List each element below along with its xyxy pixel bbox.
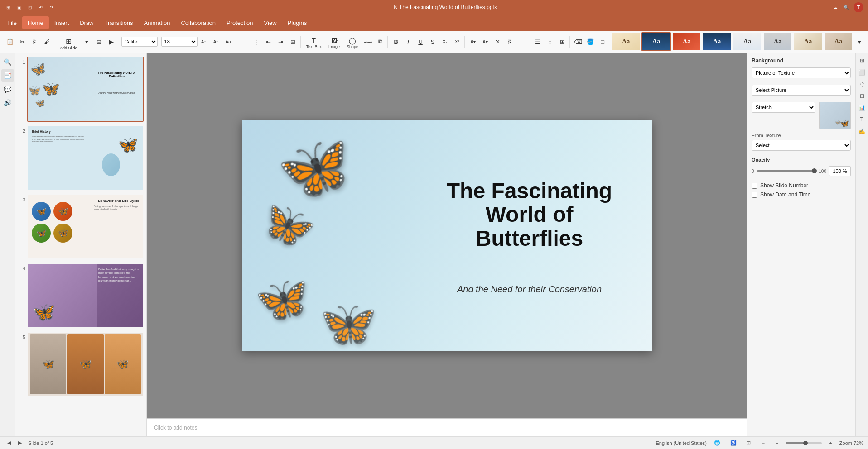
accessibility-icon[interactable]: ♿ xyxy=(728,439,739,447)
redo-icon[interactable]: ↷ xyxy=(48,4,55,11)
slide-thumb-4[interactable]: 🦋 Butterflies find their way using the m… xyxy=(27,263,144,328)
format-painter-button[interactable]: 🖌 xyxy=(41,36,53,48)
theme-5[interactable]: Aa xyxy=(733,32,762,51)
slide-view-button[interactable]: ⊟ xyxy=(93,36,105,48)
sidebar-tool-audio[interactable]: 🔊 xyxy=(1,96,14,109)
window-icon-2[interactable]: ▣ xyxy=(15,4,23,11)
theme-3[interactable]: Aa xyxy=(672,32,701,51)
shape-button[interactable]: ◯ Shape xyxy=(343,36,362,48)
user-avatar[interactable]: T xyxy=(854,2,863,12)
arrange-button[interactable]: ⧉ xyxy=(374,36,386,48)
align-left-button[interactable]: ≡ xyxy=(520,36,531,48)
theme-1[interactable]: Aa xyxy=(611,32,641,51)
paste-button[interactable]: 📋 xyxy=(4,36,16,48)
slide-thumb-1[interactable]: 🦋 🦋 🦋 🦋 The Fascinating World of Butterf… xyxy=(27,57,144,122)
window-icon-1[interactable]: ⊞ xyxy=(5,4,12,11)
slide-layout-dropdown[interactable]: ▾ xyxy=(81,36,93,48)
slide-thumbnail-4[interactable]: 4 🦋 Butterflies find their way using the… xyxy=(18,263,144,328)
opacity-value-input[interactable]: 100 % xyxy=(829,166,851,176)
globe-icon[interactable]: 🌐 xyxy=(711,439,723,447)
theme-4[interactable]: Aa xyxy=(702,32,732,51)
theme-8[interactable]: Aa xyxy=(824,32,853,51)
copy-button[interactable]: ⎘ xyxy=(29,36,40,48)
font-size-decrease-button[interactable]: A⁻ xyxy=(210,36,222,48)
superscript-button[interactable]: X² xyxy=(451,36,463,48)
far-tool-chart[interactable]: 📊 xyxy=(857,103,867,113)
font-family-select[interactable]: Calibri xyxy=(121,37,158,47)
menu-plugins[interactable]: Plugins xyxy=(282,16,313,29)
font-color-button[interactable]: A▾ xyxy=(479,36,491,48)
add-slide-button[interactable]: ⊞ Add Slide xyxy=(57,36,81,48)
far-tool-crop[interactable]: ⬜ xyxy=(857,67,867,77)
zoom-slider[interactable] xyxy=(786,442,822,444)
underline-button[interactable]: U xyxy=(415,36,426,48)
from-texture-select[interactable]: Select Paper Canvas Wood xyxy=(752,140,851,151)
slide-thumbnail-1[interactable]: 1 🦋 🦋 🦋 🦋 The Fascinating World of Butte… xyxy=(18,57,144,122)
text-box-button[interactable]: T Text Box xyxy=(303,36,325,48)
sidebar-tool-comments[interactable]: 💬 xyxy=(1,83,14,96)
menu-view[interactable]: View xyxy=(259,16,282,29)
far-tool-signature[interactable]: ✍ xyxy=(857,126,867,136)
show-date-checkbox[interactable] xyxy=(752,192,757,198)
draw-eraser-button[interactable]: ⌫ xyxy=(572,36,584,48)
align-center-button[interactable]: ☰ xyxy=(532,36,544,48)
list-bullet-button[interactable]: ≡ xyxy=(238,36,250,48)
copy-format-button[interactable]: ⎘ xyxy=(504,36,516,48)
zoom-in-button[interactable]: + xyxy=(826,439,834,447)
bg-type-select[interactable]: Picture or Texture Solid Color Gradient xyxy=(752,67,851,78)
columns-button[interactable]: ⊞ xyxy=(287,36,299,48)
indent-decrease-button[interactable]: ⇤ xyxy=(263,36,275,48)
font-case-button[interactable]: Aa xyxy=(222,36,234,48)
line-spacing-button[interactable]: ↕ xyxy=(544,36,556,48)
save-cloud-icon[interactable]: ☁ xyxy=(832,4,839,11)
themes-more-button[interactable]: ▾ xyxy=(854,36,865,48)
stretch-select[interactable]: Stretch Tile Center xyxy=(752,102,815,113)
cut-button[interactable]: ✂ xyxy=(16,36,28,48)
font-size-increase-button[interactable]: A⁺ xyxy=(198,36,210,48)
menu-draw[interactable]: Draw xyxy=(74,16,99,29)
menu-transitions[interactable]: Transitions xyxy=(99,16,139,29)
theme-2[interactable]: Aa xyxy=(641,32,671,51)
zoom-out-button[interactable]: − xyxy=(773,439,781,447)
window-icon-3[interactable]: ⊡ xyxy=(26,4,34,11)
slide-thumb-2[interactable]: Brief History When animals discovered th… xyxy=(27,125,144,191)
theme-6[interactable]: Aa xyxy=(763,32,792,51)
notes-bar[interactable]: Click to add notes xyxy=(147,418,747,436)
slide-thumbnail-2[interactable]: 2 Brief History When animals discovered … xyxy=(18,125,144,191)
canvas-scroll[interactable]: 🦋 🦋 🦋 🦋 The Fascinating World of Butterf… xyxy=(147,53,747,418)
play-button[interactable]: ▶ xyxy=(106,36,117,48)
fill-color-button[interactable]: 🪣 xyxy=(584,36,596,48)
fit-width-button[interactable]: ↔ xyxy=(758,439,768,447)
sidebar-tool-slides[interactable]: 📑 xyxy=(1,69,14,82)
far-tool-effects[interactable]: ◌ xyxy=(857,79,867,89)
border-color-button[interactable]: □ xyxy=(597,36,608,48)
italic-button[interactable]: I xyxy=(402,36,414,48)
image-button[interactable]: 🖼 Image xyxy=(325,36,343,48)
clear-format-button[interactable]: ✕ xyxy=(492,36,503,48)
indent-increase-button[interactable]: ⇥ xyxy=(275,36,287,48)
subscript-button[interactable]: X₂ xyxy=(439,36,451,48)
list-number-button[interactable]: ⋮ xyxy=(251,36,262,48)
theme-7[interactable]: Aa xyxy=(793,32,823,51)
connector-button[interactable]: ⟿ xyxy=(362,36,374,48)
menu-file[interactable]: File xyxy=(2,16,22,29)
select-picture-dropdown[interactable]: Select Picture xyxy=(752,85,851,96)
menu-animation[interactable]: Animation xyxy=(139,16,176,29)
column-layout-button[interactable]: ⊞ xyxy=(556,36,568,48)
prev-slide-button[interactable]: ◀ xyxy=(5,439,14,447)
far-tool-table[interactable]: ⊟ xyxy=(857,91,867,101)
slide-thumbnail-3[interactable]: 3 Behavior and Life Cycle During presenc… xyxy=(18,194,144,259)
next-slide-button[interactable]: ▶ xyxy=(15,439,24,447)
far-tool-text-style[interactable]: T xyxy=(857,115,867,124)
slide-thumbnail-5[interactable]: 5 🦋 🦋 🦋 xyxy=(18,332,144,397)
menu-insert[interactable]: Insert xyxy=(49,16,75,29)
search-icon[interactable]: 🔍 xyxy=(843,4,850,11)
far-tool-properties[interactable]: ⊞ xyxy=(857,56,867,66)
undo-icon[interactable]: ↶ xyxy=(37,4,44,11)
fit-page-button[interactable]: ⊡ xyxy=(744,439,753,447)
menu-collaboration[interactable]: Collaboration xyxy=(175,16,221,29)
menu-protection[interactable]: Protection xyxy=(221,16,259,29)
slide-thumb-5[interactable]: 🦋 🦋 🦋 xyxy=(27,332,144,397)
opacity-slider-container[interactable] xyxy=(757,168,816,174)
sidebar-tool-search[interactable]: 🔍 xyxy=(1,56,14,68)
